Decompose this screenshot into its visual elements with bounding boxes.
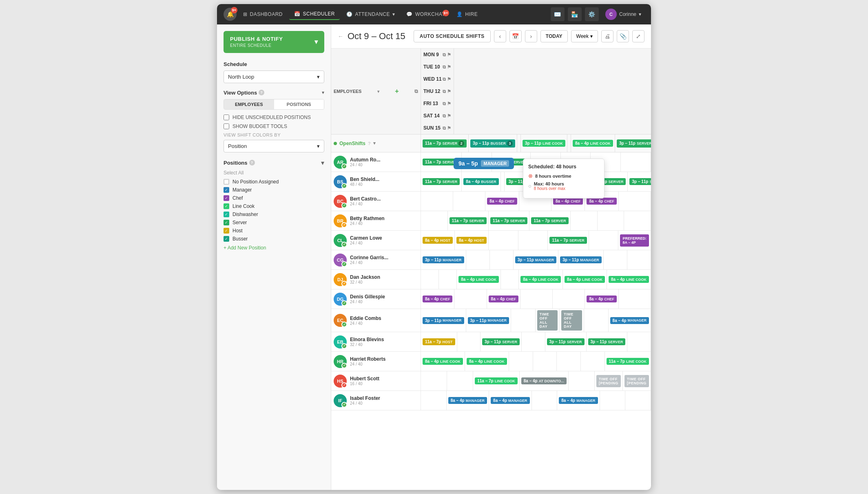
shift-pill-4-4[interactable]: 11a – 7p SERVER <box>549 237 587 244</box>
prev-week-button[interactable]: ‹ <box>494 30 506 42</box>
shift-pill-5-4[interactable]: 3p – 11p MANAGER <box>560 256 602 263</box>
shift-pill-4-0[interactable]: 8a – 4p HOST <box>423 237 453 244</box>
position-item-5[interactable]: ✓ Server <box>224 220 324 225</box>
shift-pill-9-2[interactable]: 3p – 11p SERVER <box>482 338 520 345</box>
print-button[interactable]: 🖨 <box>601 30 613 42</box>
position-checkbox-5[interactable]: ✓ <box>224 220 229 225</box>
position-item-1[interactable]: ✓ Manager <box>224 187 324 193</box>
preferred-pill-4-6[interactable]: PREFERRED: 8a – 4p <box>620 234 649 247</box>
back-arrow[interactable]: ← <box>338 33 343 40</box>
employee-sort-icon[interactable]: ▾ <box>377 89 379 94</box>
positions-info-icon[interactable]: ? <box>249 160 255 165</box>
shift-pill-12-4[interactable]: 8a – 4p MANAGER <box>559 397 598 404</box>
day-flag-icon-4[interactable]: ⚑ <box>447 101 451 106</box>
settings-button[interactable]: ⚙️ <box>585 7 599 21</box>
shift-pill-9-0[interactable]: 11a – 7p HOST <box>423 338 455 345</box>
shift-pill-3-2[interactable]: 11a – 7p SERVER <box>490 217 527 224</box>
shift-pill-8-0[interactable]: 3p – 11p MANAGER <box>423 317 464 324</box>
open-shift-pill-6[interactable]: 3p – 11p SERVER 2 <box>617 139 651 148</box>
position-checkbox-6[interactable]: ✓ <box>224 228 229 234</box>
time-off-pending-pill-11-6[interactable]: TIME OFF [PENDING <box>624 375 649 387</box>
shift-pill-2-5[interactable]: 8a – 4p CHEF <box>587 198 616 205</box>
calendar-button[interactable]: 📅 <box>509 30 522 42</box>
hide-unscheduled-input[interactable] <box>224 115 229 120</box>
notification-bell[interactable]: 🔔 9+ <box>224 8 237 21</box>
shift-pill-2-4[interactable]: 8a – 4p CHEF <box>553 198 583 205</box>
shift-pill-12-2[interactable]: 8a – 4p MANAGER <box>491 397 529 404</box>
nav-workchat[interactable]: 💬 WORKCHAT 9+ <box>401 9 450 20</box>
position-checkbox-2[interactable]: ✓ <box>224 195 229 201</box>
copy-icon[interactable]: ⧉ <box>414 88 418 94</box>
link-button[interactable]: 📎 <box>617 30 629 42</box>
shift-hover-overlay[interactable]: 9a – 5p MANAGER <box>454 158 514 169</box>
position-item-4[interactable]: ✓ Dishwasher <box>224 212 324 217</box>
shift-pill-9-5[interactable]: 3p – 11p SERVER <box>588 338 626 345</box>
open-shifts-dropdown-icon[interactable]: ▾ <box>373 141 376 146</box>
day-copy-icon-0[interactable]: ⧉ <box>443 52 446 57</box>
shift-pill-5-0[interactable]: 3p – 11p MANAGER <box>423 256 464 263</box>
shift-pill-11-3[interactable]: 8a – 4p AT DOWNTO... <box>521 377 567 384</box>
select-all-positions[interactable]: Select All <box>224 170 324 176</box>
shift-pill-3-1[interactable]: 11a – 7p SERVER <box>450 217 487 224</box>
shift-pill-11-2[interactable]: 11a – 7p LINE COOK <box>475 377 518 384</box>
add-employee-icon[interactable]: + <box>395 88 399 95</box>
add-position-button[interactable]: + Add New Position <box>224 245 324 251</box>
shift-pill-10-1[interactable]: 8a – 4p LINE COOK <box>467 358 507 365</box>
tab-employees[interactable]: EMPLOYEES <box>224 99 274 109</box>
position-checkbox-0[interactable] <box>224 179 229 185</box>
open-shift-pill-0[interactable]: 11a – 7p SERVER 2 <box>423 139 467 148</box>
view-options-info-icon[interactable]: ? <box>259 90 264 95</box>
nav-scheduler[interactable]: 📅 SCHEDULER <box>289 9 340 20</box>
day-flag-icon-2[interactable]: ⚑ <box>447 77 451 82</box>
location-dropdown[interactable]: North Loop ▾ <box>224 71 324 83</box>
shift-pill-8-1[interactable]: 3p – 11p MANAGER <box>468 317 509 324</box>
open-shift-pill-1[interactable]: 3p – 11p BUSSER 3 <box>470 139 515 148</box>
shift-pill-8-6[interactable]: 8a – 4p MANAGER <box>610 317 649 324</box>
nav-attendance[interactable]: 🕐 ATTENDANCE ▾ <box>341 9 400 20</box>
shift-pill-9-4[interactable]: 3p – 11p SERVER <box>547 338 585 345</box>
shift-pill-1-1[interactable]: 8a – 4p BUSSER <box>463 178 498 185</box>
day-copy-icon-1[interactable]: ⧉ <box>443 64 446 70</box>
shift-pill-2-2[interactable]: 8a – 4p CHEF <box>487 198 517 205</box>
position-checkbox-7[interactable]: ✓ <box>224 236 229 242</box>
shift-pill-7-2[interactable]: 8a – 4p CHEF <box>489 296 518 302</box>
time-off-pending-pill-11-5[interactable]: TIME OFF [PENDING <box>596 375 621 387</box>
day-copy-icon-4[interactable]: ⧉ <box>443 101 446 106</box>
day-copy-icon-6[interactable]: ⧉ <box>443 126 446 131</box>
next-week-button[interactable]: › <box>525 30 537 42</box>
shift-pill-1-0[interactable]: 11a – 7p SERVER <box>423 178 460 185</box>
shift-colors-dropdown[interactable]: Position ▾ <box>224 140 324 152</box>
shift-pill-4-1[interactable]: 8a – 4p HOST <box>456 237 487 244</box>
day-flag-icon-1[interactable]: ⚑ <box>447 64 451 70</box>
shift-pill-6-5[interactable]: 8a – 4p LINE COOK <box>565 276 605 283</box>
nav-hire[interactable]: 👤 HIRE <box>452 9 483 20</box>
day-copy-icon-2[interactable]: ⧉ <box>443 77 446 82</box>
show-budget-checkbox[interactable]: SHOW BUDGET TOOLS <box>224 124 324 129</box>
today-button[interactable]: TODAY <box>540 30 568 42</box>
position-item-2[interactable]: ✓ Chef <box>224 195 324 201</box>
open-shifts-info-icon[interactable]: ? <box>368 141 371 146</box>
shift-pill-12-1[interactable]: 8a – 4p MANAGER <box>448 397 487 404</box>
day-flag-icon-6[interactable]: ⚑ <box>447 126 451 131</box>
shift-pill-10-0[interactable]: 8a – 4p LINE COOK <box>423 358 463 365</box>
position-checkbox-3[interactable]: ✓ <box>224 203 229 209</box>
mail-button[interactable]: ✉️ <box>551 7 565 21</box>
day-flag-icon-3[interactable]: ⚑ <box>447 89 451 94</box>
position-item-6[interactable]: ✓ Host <box>224 228 324 234</box>
open-shift-pill-3[interactable]: 3p – 11p LINE COOK <box>523 140 565 147</box>
auto-schedule-button[interactable]: AUTO SCHEDULE SHIFTS <box>414 30 491 42</box>
open-shift-pill-5[interactable]: 8a – 4p LINE COOK <box>573 140 613 147</box>
day-copy-icon-5[interactable]: ⧉ <box>443 113 446 119</box>
view-options-collapse-icon[interactable]: ▾ <box>322 90 324 95</box>
shift-pill-10-6[interactable]: 11a – 7p LINE COOK <box>607 358 649 365</box>
positions-collapse-icon[interactable]: ▾ <box>321 159 324 167</box>
week-selector-dropdown[interactable]: Week ▾ <box>571 30 598 42</box>
store-button[interactable]: 🏪 <box>568 7 582 21</box>
hide-unscheduled-checkbox[interactable]: HIDE UNSCHEDULED POSITIONS <box>224 115 324 120</box>
publish-notify-button[interactable]: PUBLISH & NOTIFY ENTIRE SCHEDULE ▾ <box>224 31 324 53</box>
day-copy-icon-3[interactable]: ⧉ <box>443 89 446 94</box>
position-item-7[interactable]: ✓ Busser <box>224 236 324 242</box>
position-item-3[interactable]: ✓ Line Cook <box>224 203 324 209</box>
day-flag-icon-5[interactable]: ⚑ <box>447 113 451 119</box>
nav-dashboard[interactable]: ⊞ DASHBOARD <box>238 9 288 20</box>
